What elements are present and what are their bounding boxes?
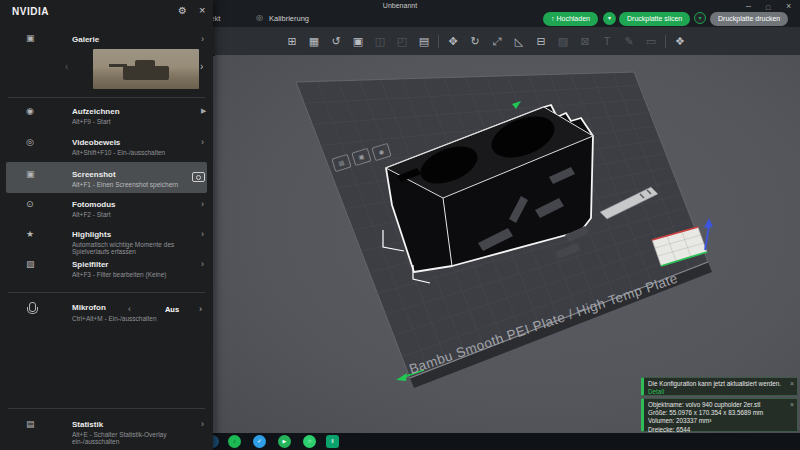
assembly-icon[interactable]: ❖	[672, 33, 688, 49]
screenshot-icon: ▣	[26, 169, 35, 179]
slice-dropdown[interactable]: ▾	[603, 12, 616, 25]
notification-config: × Die Konfiguration kann jetzt aktualisi…	[641, 377, 798, 396]
paint-icon[interactable]: ✎	[621, 33, 637, 49]
mic-prev-icon[interactable]: ‹	[128, 304, 131, 314]
toolbar-icons: ⊞ ▦ ↺ ▣ ◫ ◰ ▤ ✥ ↻ ⤢ ◺ ⊟ ▨ ⊠ T ✎ ▭ ❖	[284, 27, 688, 55]
chevron-right-icon[interactable]: ›	[201, 34, 204, 44]
detail-link[interactable]: Detail	[648, 388, 793, 396]
toolbar-separator	[438, 35, 439, 48]
auto-orient-icon[interactable]: ↺	[328, 33, 344, 49]
taskbar-app-bambu[interactable]: ‖	[326, 435, 339, 448]
instant-replay-icon: ◎	[26, 137, 34, 147]
shortcut-hint: Alt+F9 - Start	[72, 118, 110, 125]
shortcut-hint: Alt+F2 - Start	[72, 211, 110, 218]
play-icon[interactable]: ▶	[201, 107, 206, 115]
menu-item-highlights[interactable]: Highlights	[72, 230, 111, 239]
taskbar-app-3[interactable]: ✓	[253, 435, 266, 448]
highlights-icon: ★	[26, 229, 34, 239]
chevron-right-icon[interactable]: ›	[201, 137, 204, 147]
close-button[interactable]: ×	[786, 2, 791, 11]
arrange-icon[interactable]: ▣	[350, 33, 366, 49]
menu-item-screenshot[interactable]: Screenshot	[72, 170, 116, 179]
notification-object-info: × Objektname: volvo 940 cupholder 2er.st…	[641, 398, 798, 432]
menu-item-aufzeichnen[interactable]: Aufzeichnen	[72, 107, 120, 116]
microphone-icon	[29, 302, 36, 312]
screen: Unbenannt – □ × Projekt ◎ Kalibrierung ↑…	[0, 0, 800, 450]
move-icon[interactable]: ✥	[445, 33, 461, 49]
taskbar-app-5[interactable]: ○	[303, 435, 316, 448]
taskbar-app-4[interactable]: ▶	[278, 435, 291, 448]
menu-item-videobeweis[interactable]: Videobeweis	[72, 138, 120, 147]
menu-item-fotomodus[interactable]: Fotomodus	[72, 200, 116, 209]
text-tool-icon[interactable]: T	[599, 33, 615, 49]
statistics-icon: ▤	[26, 419, 35, 429]
variable-layer-height-icon[interactable]: ▤	[416, 33, 432, 49]
gallery-thumbnail[interactable]	[93, 49, 199, 89]
toolbar-separator	[665, 35, 666, 48]
upload-label: Hochladen	[556, 15, 589, 22]
slice-plate-button[interactable]: Druckplatte slicen	[619, 12, 690, 26]
mic-next-icon[interactable]: ›	[199, 304, 202, 314]
add-plate-icon[interactable]: ▦	[306, 33, 322, 49]
seam-icon[interactable]: ▭	[643, 33, 659, 49]
rotate-icon[interactable]: ↻	[467, 33, 483, 49]
photo-mode-icon: ⊙	[26, 199, 34, 209]
menu-item-statistik[interactable]: Statistik	[72, 420, 103, 429]
lay-on-face-icon[interactable]: ◺	[511, 33, 527, 49]
upload-button[interactable]: ↑ Hochladen	[543, 12, 598, 26]
chevron-right-icon[interactable]: ›	[201, 259, 204, 269]
calibration-icon: ◎	[256, 13, 263, 22]
shortcut-hint: Alt+E - Schalter Statistik-Overlay ein-/…	[72, 431, 213, 445]
split-parts-icon[interactable]: ◰	[394, 33, 410, 49]
carousel-next-icon[interactable]: ›	[200, 61, 203, 72]
chevron-right-icon[interactable]: ›	[201, 419, 204, 429]
minimize-button[interactable]: –	[746, 2, 751, 11]
menu-item-mikrofon[interactable]: Mikrofon	[72, 303, 106, 312]
shortcut-hint: Automatisch wichtige Momente des Spielve…	[72, 241, 213, 255]
menu-calibration[interactable]: Kalibrierung	[269, 14, 309, 23]
nvidia-title: NVIDIA	[12, 6, 49, 17]
add-part-icon[interactable]: ⊠	[577, 33, 593, 49]
split-icon[interactable]: ⊟	[533, 33, 549, 49]
print-dropdown[interactable]: ▾	[694, 12, 706, 24]
shortcut-hint: Alt+Shift+F10 - Ein-/ausschalten	[72, 149, 165, 156]
split-objects-icon[interactable]: ◫	[372, 33, 388, 49]
nvidia-overlay: NVIDIA ⚙ × ▣ Galerie › ‹ › ◉ Aufzeichnen…	[0, 0, 213, 450]
divider	[8, 408, 205, 409]
add-model-icon[interactable]: ⊞	[284, 33, 300, 49]
gallery-icon: ▣	[26, 33, 35, 43]
record-icon: ◉	[26, 106, 34, 116]
chevron-right-icon[interactable]: ›	[201, 199, 204, 209]
divider	[8, 292, 205, 293]
close-icon[interactable]: ×	[199, 4, 205, 16]
gear-icon[interactable]: ⚙	[178, 5, 187, 16]
shortcut-hint: Alt+F1 - Einen Screenshot speichern	[72, 181, 178, 188]
chevron-right-icon[interactable]: ›	[201, 229, 204, 239]
menu-item-spielfilter[interactable]: Spielfilter	[72, 260, 108, 269]
game-filter-icon: ▧	[26, 259, 35, 269]
gallery-label[interactable]: Galerie	[72, 35, 99, 44]
camera-icon[interactable]	[192, 172, 205, 182]
shortcut-hint: Ctrl+Alt+M - Ein-/ausschalten	[72, 315, 157, 322]
close-icon[interactable]: ×	[790, 379, 794, 388]
fill-color-icon[interactable]: ▨	[555, 33, 571, 49]
upload-icon: ↑	[551, 15, 555, 22]
divider	[8, 97, 205, 98]
shortcut-hint: Alt+F3 - Filter bearbeiten (Keine)	[72, 271, 166, 278]
object-name: Objektname: volvo 940 cupholder 2er.stl	[648, 401, 793, 409]
object-size: Größe: 55.0976 x 170.354 x 83.5689 mm	[648, 409, 793, 417]
carousel-prev-icon[interactable]: ‹	[65, 61, 68, 72]
close-icon[interactable]: ×	[790, 400, 794, 409]
scale-icon[interactable]: ⤢	[489, 33, 505, 49]
notification-text: Die Konfiguration kann jetzt aktualisier…	[648, 380, 793, 388]
tank-image	[123, 66, 169, 80]
mic-value: Aus	[152, 305, 192, 314]
maximize-button[interactable]: □	[766, 3, 770, 12]
object-volume: Volumen: 203337 mm³	[648, 417, 793, 425]
print-plate-button[interactable]: Druckplatte drucken	[710, 12, 788, 26]
taskbar-app-2[interactable]: ♪	[228, 435, 241, 448]
